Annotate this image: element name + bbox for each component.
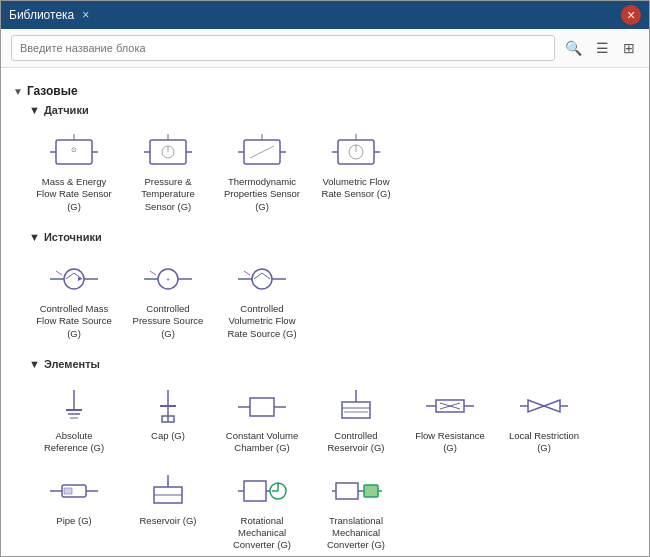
arrow-icon: ▼ [29, 358, 40, 370]
block-const-vol-chamber[interactable]: Constant Volume Chamber (G) [217, 380, 307, 461]
arrow-icon: ▼ [13, 86, 23, 97]
close-window-button[interactable]: × [621, 5, 641, 25]
block-pressure-temp[interactable]: Pressure & Temperature Sensor (G) [123, 126, 213, 219]
block-label-cap: Cap (G) [151, 430, 185, 442]
search-icon: 🔍 [565, 40, 582, 56]
block-controlled-reservoir[interactable]: Controlled Reservoir (G) [311, 380, 401, 461]
library-content: ▼ Газовые ▼ Датчики ⊙ Mass & [1, 68, 649, 556]
block-icon-controlled-reservoir [330, 386, 382, 426]
block-rotational-mech[interactable]: Rotational Mechanical Converter (G) [217, 465, 307, 556]
block-icon-pipe [48, 471, 100, 511]
subsection-sensors[interactable]: ▼ Датчики [29, 104, 637, 116]
block-label-pressure-temp: Pressure & Temperature Sensor (G) [127, 176, 209, 213]
svg-line-27 [56, 271, 62, 275]
elements-grid: Absolute Reference (G) Cap (G) [29, 374, 637, 556]
svg-text:+: + [166, 276, 170, 283]
svg-rect-45 [250, 398, 274, 416]
block-label-reservoir: Reservoir (G) [139, 515, 196, 527]
block-flow-resistance[interactable]: Flow Resistance (G) [405, 380, 495, 461]
block-icon-const-vol-chamber [236, 386, 288, 426]
block-icon-volumetric-flow [330, 132, 382, 172]
block-controlled-vol-flow[interactable]: Controlled Volumetric Flow Rate Source (… [217, 253, 307, 346]
sensors-grid: ⊙ Mass & Energy Flow Rate Sensor (G) [29, 120, 637, 225]
svg-rect-62 [64, 488, 72, 494]
arrow-icon: ▼ [29, 231, 40, 243]
svg-line-31 [150, 271, 156, 275]
block-icon-abs-ref [48, 386, 100, 426]
close-tab-button[interactable]: × [82, 8, 89, 22]
subsection-sources[interactable]: ▼ Источники [29, 231, 637, 243]
block-icon-local-restriction [518, 386, 570, 426]
subsection-elements-label: Элементы [44, 358, 100, 370]
block-icon-controlled-mass-flow [48, 259, 100, 299]
block-label-controlled-reservoir: Controlled Reservoir (G) [315, 430, 397, 455]
block-thermo-props[interactable]: Thermodynamic Properties Sensor (G) [217, 126, 307, 219]
block-label-const-vol-chamber: Constant Volume Chamber (G) [221, 430, 303, 455]
block-reservoir[interactable]: Reservoir (G) [123, 465, 213, 556]
arrow-icon: ▼ [29, 104, 40, 116]
block-icon-pressure-temp [142, 132, 194, 172]
block-label-controlled-mass-flow: Controlled Mass Flow Rate Source (G) [33, 303, 115, 340]
block-label-volumetric-flow: Volumetric Flow Rate Sensor (G) [315, 176, 397, 201]
svg-line-36 [244, 271, 250, 275]
block-icon-reservoir [142, 471, 194, 511]
list-icon: ☰ [596, 40, 609, 56]
search-button[interactable]: 🔍 [561, 38, 586, 58]
block-pipe[interactable]: Pipe (G) [29, 465, 119, 556]
block-label-pipe: Pipe (G) [56, 515, 91, 527]
list-view-button[interactable]: ☰ [592, 38, 613, 58]
block-icon-thermo-props [236, 132, 288, 172]
svg-rect-66 [244, 481, 266, 501]
sources-grid: Controlled Mass Flow Rate Source (G) + C… [29, 247, 637, 352]
svg-marker-59 [544, 400, 560, 412]
section-gas-label: Газовые [27, 84, 78, 98]
svg-rect-72 [336, 483, 358, 499]
block-label-mass-energy-flow: Mass & Energy Flow Rate Sensor (G) [33, 176, 115, 213]
block-icon-translational-mech [330, 471, 382, 511]
svg-rect-49 [342, 402, 370, 418]
block-icon-rotational-mech [236, 471, 288, 511]
section-gas[interactable]: ▼ Газовые [13, 84, 637, 98]
block-cap[interactable]: Cap (G) [123, 380, 213, 461]
subsection-elements[interactable]: ▼ Элементы [29, 358, 637, 370]
svg-point-33 [252, 269, 272, 289]
subsection-sensors-label: Датчики [44, 104, 89, 116]
block-label-thermo-props: Thermodynamic Properties Sensor (G) [221, 176, 303, 213]
block-label-abs-ref: Absolute Reference (G) [33, 430, 115, 455]
block-icon-controlled-vol-flow [236, 259, 288, 299]
block-label-local-restriction: Local Restriction (G) [503, 430, 585, 455]
block-icon-cap [142, 386, 194, 426]
block-icon-mass-energy-flow: ⊙ [48, 132, 100, 172]
block-controlled-pressure[interactable]: + Controlled Pressure Source (G) [123, 253, 213, 346]
block-translational-mech[interactable]: Translational Mechanical Converter (G) [311, 465, 401, 556]
block-volumetric-flow[interactable]: Volumetric Flow Rate Sensor (G) [311, 126, 401, 219]
grid-icon: ⊞ [623, 40, 635, 56]
search-input[interactable] [11, 35, 555, 61]
subsection-sources-label: Источники [44, 231, 102, 243]
svg-marker-58 [528, 400, 544, 412]
title-bar: Библиотека × × [1, 1, 649, 29]
library-window: Библиотека × × 🔍 ☰ ⊞ ▼ Газовые ▼ Датчики [0, 0, 650, 557]
svg-rect-75 [364, 485, 378, 497]
svg-text:⊙: ⊙ [71, 146, 77, 153]
block-label-controlled-pressure: Controlled Pressure Source (G) [127, 303, 209, 340]
block-label-controlled-vol-flow: Controlled Volumetric Flow Rate Source (… [221, 303, 303, 340]
block-mass-energy-flow[interactable]: ⊙ Mass & Energy Flow Rate Sensor (G) [29, 126, 119, 219]
block-label-translational-mech: Translational Mechanical Converter (G) [315, 515, 397, 552]
block-icon-flow-resistance [424, 386, 476, 426]
block-icon-controlled-pressure: + [142, 259, 194, 299]
block-label-rotational-mech: Rotational Mechanical Converter (G) [221, 515, 303, 552]
block-abs-ref[interactable]: Absolute Reference (G) [29, 380, 119, 461]
window-title: Библиотека [9, 8, 74, 22]
block-controlled-mass-flow[interactable]: Controlled Mass Flow Rate Source (G) [29, 253, 119, 346]
block-label-flow-resistance: Flow Resistance (G) [409, 430, 491, 455]
block-local-restriction[interactable]: Local Restriction (G) [499, 380, 589, 461]
grid-view-button[interactable]: ⊞ [619, 38, 639, 58]
toolbar: 🔍 ☰ ⊞ [1, 29, 649, 68]
